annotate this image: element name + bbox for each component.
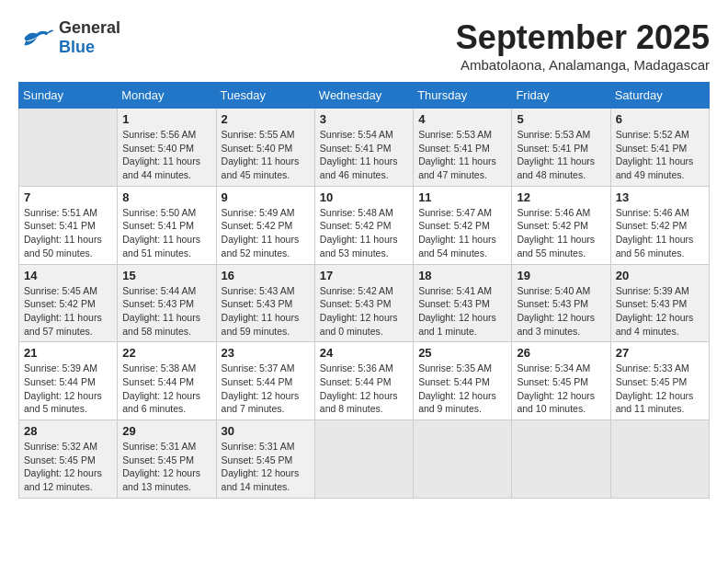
calendar-cell: 20Sunrise: 5:39 AM Sunset: 5:43 PM Dayli… [610,264,709,342]
day-info: Sunrise: 5:31 AM Sunset: 5:45 PM Dayligh… [222,440,310,494]
day-number: 2 [222,112,310,126]
day-info: Sunrise: 5:39 AM Sunset: 5:44 PM Dayligh… [24,362,112,416]
day-info: Sunrise: 5:38 AM Sunset: 5:44 PM Dayligh… [122,362,210,416]
day-info: Sunrise: 5:37 AM Sunset: 5:44 PM Dayligh… [222,362,310,416]
calendar-cell: 27Sunrise: 5:33 AM Sunset: 5:45 PM Dayli… [610,342,709,420]
logo-blue: Blue [59,38,95,56]
logo-general: General [59,18,120,37]
calendar-cell: 19Sunrise: 5:40 AM Sunset: 5:43 PM Dayli… [512,264,610,342]
day-number: 6 [616,112,704,126]
day-number: 15 [122,269,210,282]
day-number: 20 [616,269,704,282]
calendar-cell: 21Sunrise: 5:39 AM Sunset: 5:44 PM Dayli… [19,342,118,420]
calendar-cell: 24Sunrise: 5:36 AM Sunset: 5:44 PM Dayli… [314,342,413,420]
day-number: 10 [320,190,408,204]
day-info: Sunrise: 5:34 AM Sunset: 5:45 PM Dayligh… [517,362,605,416]
day-number: 25 [418,346,506,360]
day-number: 22 [122,346,210,360]
calendar-cell [610,420,709,499]
calendar-cell: 15Sunrise: 5:44 AM Sunset: 5:43 PM Dayli… [118,264,216,342]
day-number: 16 [222,269,310,282]
day-number: 4 [418,112,506,126]
title-block: September 2025 Ambatolaona, Analamanga, … [456,18,710,73]
calendar-cell: 1Sunrise: 5:56 AM Sunset: 5:40 PM Daylig… [118,109,216,187]
day-number: 5 [517,112,605,126]
day-number: 18 [418,269,506,282]
calendar-cell: 13Sunrise: 5:46 AM Sunset: 5:42 PM Dayli… [610,186,709,264]
column-header-tuesday: Tuesday [216,83,314,109]
calendar-week-row: 7Sunrise: 5:51 AM Sunset: 5:41 PM Daylig… [19,186,710,264]
day-info: Sunrise: 5:39 AM Sunset: 5:43 PM Dayligh… [616,284,704,339]
calendar-cell: 17Sunrise: 5:42 AM Sunset: 5:43 PM Dayli… [314,264,413,342]
calendar-cell: 5Sunrise: 5:53 AM Sunset: 5:41 PM Daylig… [512,109,610,187]
calendar-table: SundayMondayTuesdayWednesdayThursdayFrid… [18,82,710,499]
calendar-cell: 26Sunrise: 5:34 AM Sunset: 5:45 PM Dayli… [512,342,610,420]
calendar-week-row: 1Sunrise: 5:56 AM Sunset: 5:40 PM Daylig… [19,109,710,187]
day-info: Sunrise: 5:52 AM Sunset: 5:41 PM Dayligh… [616,128,704,182]
day-info: Sunrise: 5:46 AM Sunset: 5:42 PM Dayligh… [517,206,605,260]
day-info: Sunrise: 5:50 AM Sunset: 5:41 PM Dayligh… [122,206,210,260]
calendar-cell: 7Sunrise: 5:51 AM Sunset: 5:41 PM Daylig… [19,186,118,264]
calendar-cell: 9Sunrise: 5:49 AM Sunset: 5:42 PM Daylig… [216,186,314,264]
calendar-cell: 22Sunrise: 5:38 AM Sunset: 5:44 PM Dayli… [118,342,216,420]
calendar-cell: 14Sunrise: 5:45 AM Sunset: 5:42 PM Dayli… [19,264,118,342]
day-number: 3 [320,112,408,126]
calendar-cell [19,109,118,187]
location-subtitle: Ambatolaona, Analamanga, Madagascar [456,57,710,73]
day-info: Sunrise: 5:53 AM Sunset: 5:41 PM Dayligh… [517,128,605,182]
day-info: Sunrise: 5:49 AM Sunset: 5:42 PM Dayligh… [222,206,310,260]
calendar-cell: 23Sunrise: 5:37 AM Sunset: 5:44 PM Dayli… [216,342,314,420]
calendar-cell: 10Sunrise: 5:48 AM Sunset: 5:42 PM Dayli… [314,186,413,264]
calendar-cell: 12Sunrise: 5:46 AM Sunset: 5:42 PM Dayli… [512,186,610,264]
day-number: 9 [222,190,310,204]
day-info: Sunrise: 5:32 AM Sunset: 5:45 PM Dayligh… [24,440,112,494]
day-info: Sunrise: 5:46 AM Sunset: 5:42 PM Dayligh… [616,206,704,260]
page-header: General Blue September 2025 Ambatolaona,… [18,18,710,73]
day-info: Sunrise: 5:53 AM Sunset: 5:41 PM Dayligh… [418,128,506,182]
day-info: Sunrise: 5:35 AM Sunset: 5:44 PM Dayligh… [418,362,506,416]
day-number: 19 [517,269,605,282]
day-info: Sunrise: 5:45 AM Sunset: 5:42 PM Dayligh… [24,284,112,339]
day-number: 29 [122,424,210,438]
day-number: 23 [222,346,310,360]
day-info: Sunrise: 5:42 AM Sunset: 5:43 PM Dayligh… [320,284,408,339]
day-info: Sunrise: 5:56 AM Sunset: 5:40 PM Dayligh… [122,128,210,182]
calendar-cell: 4Sunrise: 5:53 AM Sunset: 5:41 PM Daylig… [414,109,512,187]
day-number: 13 [616,190,704,204]
calendar-week-row: 28Sunrise: 5:32 AM Sunset: 5:45 PM Dayli… [19,420,710,499]
logo-icon [18,25,55,51]
day-info: Sunrise: 5:40 AM Sunset: 5:43 PM Dayligh… [517,284,605,339]
calendar-cell: 29Sunrise: 5:31 AM Sunset: 5:45 PM Dayli… [118,420,216,499]
day-number: 12 [517,190,605,204]
column-header-friday: Friday [512,83,610,109]
calendar-week-row: 14Sunrise: 5:45 AM Sunset: 5:42 PM Dayli… [19,264,710,342]
calendar-week-row: 21Sunrise: 5:39 AM Sunset: 5:44 PM Dayli… [19,342,710,420]
calendar-cell: 6Sunrise: 5:52 AM Sunset: 5:41 PM Daylig… [610,109,709,187]
day-info: Sunrise: 5:47 AM Sunset: 5:42 PM Dayligh… [418,206,506,260]
column-header-saturday: Saturday [610,83,709,109]
day-number: 14 [24,269,112,282]
calendar-cell: 25Sunrise: 5:35 AM Sunset: 5:44 PM Dayli… [414,342,512,420]
day-number: 1 [122,112,210,126]
day-info: Sunrise: 5:41 AM Sunset: 5:43 PM Dayligh… [418,284,506,339]
day-info: Sunrise: 5:51 AM Sunset: 5:41 PM Dayligh… [24,206,112,260]
calendar-cell: 2Sunrise: 5:55 AM Sunset: 5:40 PM Daylig… [216,109,314,187]
day-number: 26 [517,346,605,360]
day-number: 24 [320,346,408,360]
column-header-monday: Monday [118,83,216,109]
calendar-cell: 11Sunrise: 5:47 AM Sunset: 5:42 PM Dayli… [414,186,512,264]
day-info: Sunrise: 5:36 AM Sunset: 5:44 PM Dayligh… [320,362,408,416]
month-title: September 2025 [456,18,710,57]
calendar-cell [414,420,512,499]
day-number: 7 [24,190,112,204]
calendar-cell: 18Sunrise: 5:41 AM Sunset: 5:43 PM Dayli… [414,264,512,342]
calendar-cell: 16Sunrise: 5:43 AM Sunset: 5:43 PM Dayli… [216,264,314,342]
calendar-cell [512,420,610,499]
logo: General Blue [18,18,120,57]
calendar-cell: 3Sunrise: 5:54 AM Sunset: 5:41 PM Daylig… [314,109,413,187]
calendar-cell: 30Sunrise: 5:31 AM Sunset: 5:45 PM Dayli… [216,420,314,499]
day-info: Sunrise: 5:31 AM Sunset: 5:45 PM Dayligh… [122,440,210,494]
day-number: 30 [222,424,310,438]
day-number: 17 [320,269,408,282]
day-info: Sunrise: 5:43 AM Sunset: 5:43 PM Dayligh… [222,284,310,339]
